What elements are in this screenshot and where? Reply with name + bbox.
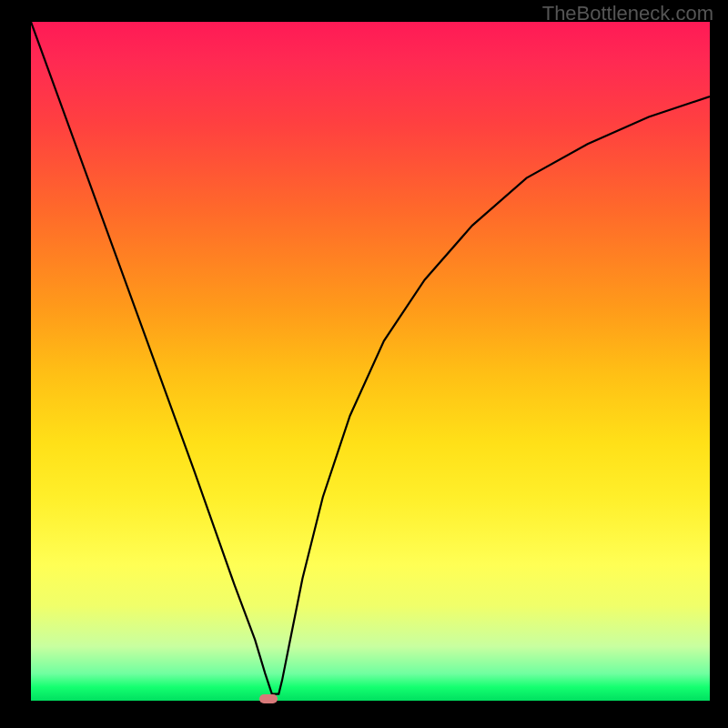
watermark: TheBottleneck.com: [542, 2, 713, 25]
chart-plot-area: [31, 22, 710, 701]
minimum-marker: [259, 694, 278, 703]
curve-line: [31, 22, 710, 701]
